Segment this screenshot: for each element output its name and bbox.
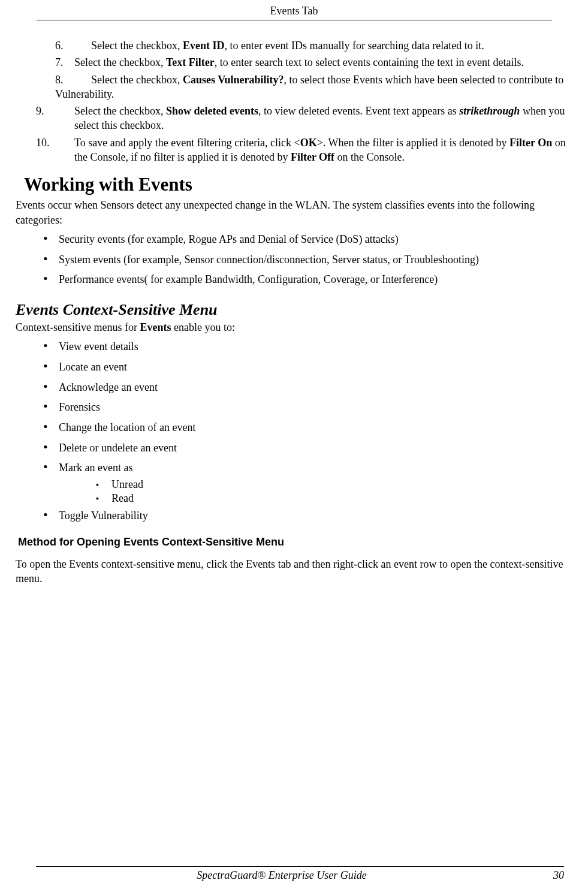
item-number: 8. — [55, 73, 91, 87]
text: Toggle Vulnerability — [59, 510, 148, 522]
list-item: Locate an event — [12, 357, 576, 375]
text: , to enter search text to select events … — [215, 56, 524, 68]
bold-text: Show deleted events — [166, 105, 258, 117]
text: Delete or undelete an event — [59, 442, 177, 454]
text: To save and apply the event filtering cr… — [74, 137, 300, 149]
text: Change the location of an event — [59, 421, 195, 433]
text: enable you to: — [171, 321, 234, 333]
body-paragraph: To open the Events context-sensitive men… — [16, 557, 576, 586]
bold-text: Events — [140, 321, 171, 333]
text: Select the checkbox, — [91, 40, 183, 52]
text: System events (for example, Sensor conne… — [59, 254, 479, 266]
footer-title: SpectraGuard® Enterprise User Guide — [36, 869, 527, 882]
page-content: 6.Select the checkbox, Event ID, to ente… — [0, 20, 588, 586]
bold-text: Filter Off — [291, 151, 334, 163]
text: Read — [111, 492, 134, 504]
list-item: View event details — [12, 337, 576, 355]
list-item: Delete or undelete an event — [12, 438, 576, 456]
list-item: Toggle Vulnerability — [12, 506, 576, 524]
body-paragraph: Events occur when Sensors detect any une… — [16, 198, 576, 227]
sub-list-item: Read — [12, 492, 576, 505]
item-number: 7. — [55, 55, 74, 70]
text: Unread — [111, 478, 143, 490]
list-item: Security events (for example, Rogue APs … — [12, 230, 576, 248]
list-item: Performance events( for example Bandwidt… — [12, 270, 576, 288]
text: , to enter event IDs manually for search… — [224, 40, 484, 52]
bold-text: Event ID — [183, 40, 225, 52]
ordered-item: 9.Select the checkbox, Show deleted even… — [12, 104, 576, 133]
list-item: Mark an event as — [12, 458, 576, 476]
list-item: System events (for example, Sensor conne… — [12, 250, 576, 268]
page-number: 30 — [553, 869, 564, 882]
sub-list-item: Unread — [12, 478, 576, 491]
bold-italic-text: strikethrough — [459, 105, 520, 117]
text: Acknowledge an event — [59, 381, 158, 393]
text: Forensics — [59, 401, 100, 413]
bold-text: Causes Vulnerability? — [183, 74, 284, 86]
text: Select the checkbox, — [74, 56, 166, 68]
section-heading: Working with Events — [24, 174, 576, 195]
header-title: Events Tab — [270, 5, 318, 17]
ordered-item: 8.Select the checkbox, Causes Vulnerabil… — [12, 73, 576, 102]
bold-text: Filter On — [509, 137, 552, 149]
ordered-item: 10.To save and apply the event filtering… — [12, 135, 576, 165]
list-item: Acknowledge an event — [12, 378, 576, 396]
list-item: Forensics — [12, 397, 576, 415]
text: Locate an event — [59, 361, 127, 373]
item-number: 6. — [55, 38, 91, 53]
bold-text: Text Filter — [166, 56, 215, 68]
text: Select the checkbox, — [91, 74, 183, 86]
text: on the Console. — [334, 151, 405, 163]
subsection-heading: Events Context-Sensitive Menu — [16, 301, 576, 319]
text: Performance events( for example Bandwidt… — [59, 273, 438, 285]
list-item: Change the location of an event — [12, 418, 576, 436]
text: Context-sensitive menus for — [16, 321, 140, 333]
text: Select the checkbox, — [74, 105, 166, 117]
page-footer: SpectraGuard® Enterprise User Guide 30 — [36, 866, 564, 882]
document-page: Events Tab 6.Select the checkbox, Event … — [0, 0, 588, 895]
text: , to view deleted events. Event text app… — [258, 105, 459, 117]
page-header: Events Tab — [37, 0, 552, 20]
item-number: 10. — [55, 135, 74, 150]
item-number: 9. — [55, 104, 74, 118]
subsubsection-heading: Method for Opening Events Context-Sensit… — [18, 536, 576, 549]
ordered-item: 6.Select the checkbox, Event ID, to ente… — [12, 38, 576, 53]
text: View event details — [59, 340, 138, 352]
ordered-item: 7.Select the checkbox, Text Filter, to e… — [12, 55, 576, 70]
text: Mark an event as — [59, 462, 132, 474]
text: >. When the filter is applied it is deno… — [317, 137, 509, 149]
text: Security events (for example, Rogue APs … — [59, 233, 399, 245]
bold-text: OK — [300, 137, 317, 149]
body-paragraph: Context-sensitive menus for Events enabl… — [16, 320, 576, 335]
